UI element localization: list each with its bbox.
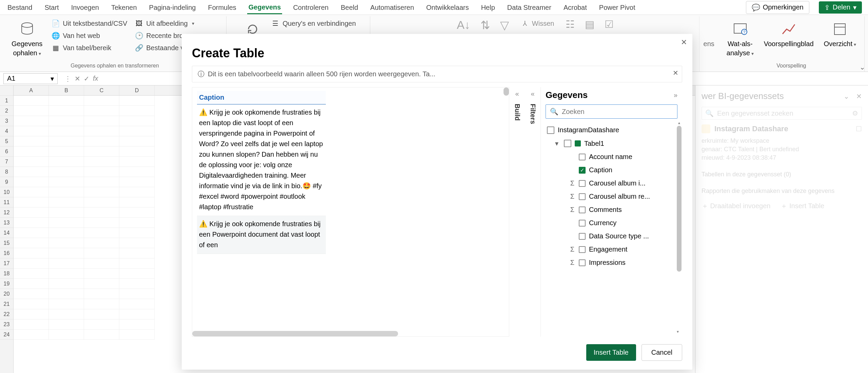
cell[interactable] <box>84 309 119 319</box>
cell[interactable] <box>119 208 155 218</box>
scroll-down-icon[interactable]: ▾ <box>677 329 679 334</box>
row-header[interactable]: 11 <box>0 197 13 208</box>
cell[interactable] <box>119 269 155 279</box>
sort-asc-icon[interactable]: A↓ <box>457 18 470 32</box>
queries-connections-button[interactable]: ☰Query's en verbindingen <box>270 18 357 28</box>
sort-icon[interactable]: ⇅ <box>480 18 490 32</box>
cell[interactable] <box>14 136 49 146</box>
expand-icon[interactable]: » <box>674 91 677 99</box>
cell[interactable] <box>49 228 84 238</box>
close-icon[interactable]: ✕ <box>856 92 862 100</box>
cell[interactable] <box>49 279 84 289</box>
filter-icon[interactable]: ▽ <box>500 18 509 32</box>
cell[interactable] <box>84 126 119 136</box>
cell[interactable] <box>49 248 84 258</box>
cell[interactable] <box>49 309 84 319</box>
field-checkbox[interactable] <box>579 259 586 266</box>
row-header[interactable]: 7 <box>0 157 13 167</box>
cell[interactable] <box>14 167 49 177</box>
cell[interactable] <box>49 289 84 299</box>
cell[interactable] <box>14 269 49 279</box>
name-box[interactable]: A1 ▾ <box>3 73 58 84</box>
field-checkbox[interactable] <box>579 220 586 227</box>
field-item[interactable]: Account name <box>546 150 680 163</box>
tab-filters[interactable]: Filters <box>529 104 537 124</box>
cell[interactable] <box>14 218 49 228</box>
field-checkbox[interactable]: ✓ <box>579 167 586 174</box>
cell[interactable] <box>119 218 155 228</box>
cell[interactable] <box>119 279 155 289</box>
cell[interactable] <box>119 177 155 187</box>
dataset-search-input[interactable]: 🔍 Een gegevensset zoeken ⚙ <box>702 107 862 120</box>
row-header[interactable]: 22 <box>0 309 13 319</box>
scrollbar-thumb[interactable] <box>677 126 682 272</box>
scrollbar-thumb[interactable] <box>504 87 509 96</box>
tab-acrobat[interactable]: Acrobat <box>562 1 588 14</box>
text-to-columns-icon[interactable]: ☷ <box>566 18 575 30</box>
table-node[interactable]: Tabel1 <box>546 137 680 150</box>
cell[interactable] <box>84 289 119 299</box>
cell[interactable] <box>49 136 84 146</box>
horizontal-scrollbar[interactable] <box>192 331 398 336</box>
cancel-button[interactable]: Cancel <box>642 344 682 361</box>
row-header[interactable]: 20 <box>0 289 13 299</box>
caret-icon[interactable] <box>555 139 560 148</box>
cell[interactable] <box>49 319 84 330</box>
cell[interactable] <box>119 136 155 146</box>
dataset-node[interactable]: InstagramDatashare <box>546 123 680 137</box>
cell[interactable] <box>84 167 119 177</box>
insert-table-button[interactable]: Insert Table <box>586 344 636 361</box>
cell[interactable] <box>84 146 119 157</box>
popout-icon[interactable]: ☐ <box>856 125 862 133</box>
scroll-up-icon[interactable]: ▴ <box>677 120 682 125</box>
comments-button[interactable]: 💬 Opmerkingen <box>746 1 809 14</box>
column-header[interactable]: D <box>119 85 155 95</box>
cell[interactable] <box>14 330 49 340</box>
tab-invoegen[interactable]: Invoegen <box>70 1 100 14</box>
cell[interactable] <box>119 330 155 340</box>
field-item[interactable]: ΣComments <box>546 203 680 216</box>
confirm-icon[interactable]: ✓ <box>84 75 90 83</box>
cell[interactable] <box>84 177 119 187</box>
tab-ontwikkelaars[interactable]: Ontwikkelaars <box>425 1 470 14</box>
cell[interactable] <box>84 157 119 167</box>
cell[interactable] <box>84 228 119 238</box>
tab-pagina[interactable]: Pagina-indeling <box>148 1 197 14</box>
cell[interactable] <box>119 299 155 309</box>
from-image-button[interactable]: 🖼Uit afbeelding <box>133 18 221 28</box>
cell[interactable] <box>14 116 49 126</box>
cell[interactable] <box>14 238 49 248</box>
dropdown-icon[interactable]: ⋮ <box>64 75 71 83</box>
row-header[interactable]: 10 <box>0 187 13 197</box>
cell[interactable] <box>84 248 119 258</box>
clear-filter-button[interactable]: ⅄Wissen <box>519 18 556 28</box>
cell[interactable] <box>49 269 84 279</box>
chevron-down-icon[interactable]: ⌄ <box>844 92 849 100</box>
cell[interactable] <box>14 106 49 116</box>
get-data-button[interactable]: Gegevens ophalen <box>9 18 45 58</box>
cell[interactable] <box>49 126 84 136</box>
cell[interactable] <box>119 116 155 126</box>
field-item[interactable]: Currency <box>546 216 680 230</box>
cell[interactable] <box>49 330 84 340</box>
row-header[interactable]: 12 <box>0 208 13 218</box>
cell[interactable] <box>49 177 84 187</box>
cell[interactable] <box>119 197 155 208</box>
field-item[interactable]: ΣEngagement <box>546 243 680 256</box>
cell[interactable] <box>119 146 155 157</box>
column-header[interactable]: B <box>49 85 84 95</box>
field-checkbox[interactable] <box>579 246 586 253</box>
row-header[interactable]: 16 <box>0 248 13 258</box>
column-header[interactable]: C <box>84 85 119 95</box>
field-checkbox[interactable] <box>579 207 586 213</box>
cell[interactable] <box>119 126 155 136</box>
tab-start[interactable]: Start <box>43 1 60 14</box>
cell[interactable] <box>84 136 119 146</box>
from-web-button[interactable]: 🌐Van het web <box>50 31 129 41</box>
ribbon-collapse-icon[interactable]: ⌄ <box>860 63 865 71</box>
row-header[interactable]: 14 <box>0 228 13 238</box>
cell[interactable] <box>49 258 84 269</box>
what-if-button[interactable]: ? Wat-als- analyse <box>724 18 756 58</box>
forecast-sheet-button[interactable]: Voorspellingblad <box>761 18 816 49</box>
fx-icon[interactable]: fx <box>93 75 98 83</box>
